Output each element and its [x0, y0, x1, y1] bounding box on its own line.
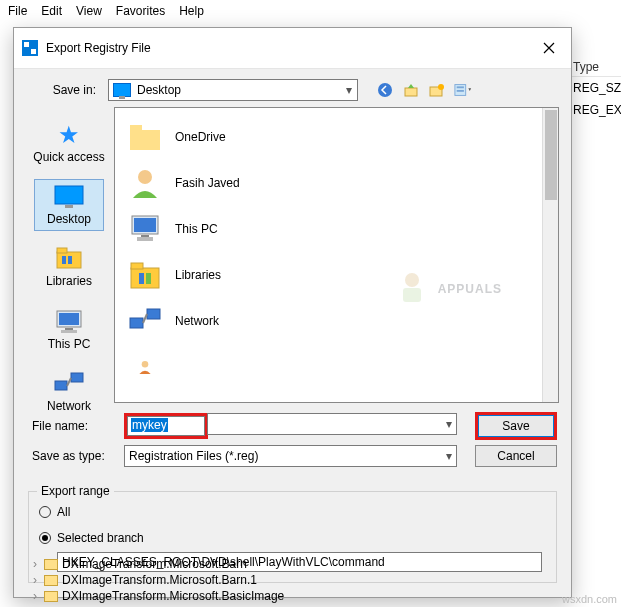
dialog-title: Export Registry File: [46, 41, 526, 55]
list-item[interactable]: Fasih Javed: [119, 160, 538, 206]
svg-rect-32: [130, 318, 143, 328]
folder-icon: [44, 575, 58, 586]
saveas-combo[interactable]: Registration Files (*.reg) ▾: [124, 445, 457, 467]
radio-icon: [39, 506, 51, 518]
close-button[interactable]: [526, 34, 571, 62]
chevron-right-icon: ›: [30, 589, 40, 603]
up-icon[interactable]: [402, 81, 420, 99]
menu-file[interactable]: File: [8, 4, 27, 18]
menu-help[interactable]: Help: [179, 4, 204, 18]
libraries-icon: [52, 246, 86, 272]
svg-rect-27: [137, 237, 153, 241]
menu-favorites[interactable]: Favorites: [116, 4, 165, 18]
list-item[interactable]: OneDrive: [119, 114, 538, 160]
filename-label: File name:: [28, 419, 116, 433]
item-label: This PC: [175, 222, 218, 236]
svg-rect-1: [405, 88, 417, 96]
background-column: Type REG_SZ REG_EXPAND: [569, 58, 621, 121]
list-item[interactable]: Libraries: [119, 252, 538, 298]
svg-rect-15: [65, 328, 73, 330]
place-libraries[interactable]: Libraries: [34, 241, 104, 293]
place-quick-access[interactable]: ★ Quick access: [34, 117, 104, 169]
list-item[interactable]: [119, 344, 538, 390]
scrollbar[interactable]: [542, 108, 558, 402]
item-label: OneDrive: [175, 130, 226, 144]
group-legend: Export range: [37, 484, 114, 498]
svg-rect-31: [146, 273, 151, 284]
svg-rect-25: [134, 218, 156, 232]
svg-rect-6: [457, 90, 464, 92]
filename-input[interactable]: mykey: [127, 416, 205, 436]
network-icon: [52, 371, 86, 397]
svg-rect-21: [130, 130, 160, 150]
star-icon: ★: [52, 122, 86, 148]
radio-selected-branch[interactable]: Selected branch: [39, 528, 546, 548]
svg-rect-10: [57, 248, 67, 253]
svg-point-0: [378, 83, 392, 97]
place-desktop[interactable]: Desktop: [34, 179, 104, 231]
save-button[interactable]: Save: [478, 415, 554, 437]
views-icon[interactable]: [454, 81, 472, 99]
tree-item[interactable]: ›DXImageTransform.Microsoft.BasicImage: [30, 588, 284, 604]
back-icon[interactable]: [376, 81, 394, 99]
file-list[interactable]: APPUALS OneDrive Fasih Javed This PC Lib…: [114, 107, 559, 403]
svg-point-23: [138, 170, 152, 184]
savein-label: Save in:: [28, 83, 102, 97]
cell-type: REG_SZ: [569, 77, 621, 99]
svg-rect-17: [55, 381, 67, 390]
monitor-icon: [52, 184, 86, 210]
column-header-type[interactable]: Type: [569, 58, 621, 77]
svg-point-34: [142, 361, 149, 368]
watermark-credit: wsxdn.com: [562, 593, 617, 605]
list-item[interactable]: This PC: [119, 206, 538, 252]
new-folder-icon[interactable]: [428, 81, 446, 99]
chevron-down-icon: ▾: [341, 83, 357, 97]
item-label: Fasih Javed: [175, 176, 240, 190]
folder-icon: [44, 591, 58, 602]
filename-combo[interactable]: ▾: [207, 413, 457, 435]
radio-label: Selected branch: [57, 531, 144, 545]
title-bar: Export Registry File: [14, 28, 571, 69]
registry-tree: ›DXImageTransform.Microsoft.Barn ›DXImag…: [30, 556, 284, 607]
savein-row: Save in: Desktop ▾: [14, 69, 571, 107]
savein-value: Desktop: [135, 83, 341, 97]
saveas-value: Registration Files (*.reg): [129, 449, 258, 463]
cancel-button[interactable]: Cancel: [475, 445, 557, 467]
place-label: Libraries: [29, 275, 109, 288]
tree-item[interactable]: ›DXImageTransform.Microsoft.Barn: [30, 556, 284, 572]
chevron-down-icon: ▾: [446, 449, 452, 463]
svg-point-3: [438, 84, 444, 90]
place-network[interactable]: Network: [34, 366, 104, 418]
pc-icon: [127, 211, 163, 247]
user-icon: [127, 349, 163, 385]
chevron-right-icon: ›: [30, 573, 40, 587]
scrollbar-thumb[interactable]: [545, 110, 557, 200]
places-bar: ★ Quick access Desktop Libraries This PC…: [28, 107, 110, 403]
svg-rect-8: [65, 205, 73, 208]
close-icon: [543, 42, 555, 54]
pc-icon: [52, 309, 86, 335]
tree-item[interactable]: ›DXImageTransform.Microsoft.Barn.1: [30, 572, 284, 588]
svg-rect-30: [139, 273, 144, 284]
menu-view[interactable]: View: [76, 4, 102, 18]
export-dialog: Export Registry File Save in: Desktop ▾ …: [13, 27, 572, 598]
svg-rect-18: [71, 373, 83, 382]
folder-icon: [44, 559, 58, 570]
radio-all[interactable]: All: [39, 502, 546, 522]
menu-edit[interactable]: Edit: [41, 4, 62, 18]
libraries-icon: [127, 257, 163, 293]
svg-rect-12: [68, 256, 72, 264]
place-this-pc[interactable]: This PC: [34, 304, 104, 356]
list-item[interactable]: Network: [119, 298, 538, 344]
cell-type: REG_EXPAND: [569, 99, 621, 121]
svg-rect-7: [55, 186, 83, 204]
place-label: Network: [29, 400, 109, 413]
radio-label: All: [57, 505, 70, 519]
place-label: Quick access: [29, 151, 109, 164]
desktop-icon: [113, 83, 131, 97]
place-label: This PC: [29, 338, 109, 351]
savein-combo[interactable]: Desktop ▾: [108, 79, 358, 101]
chevron-right-icon: ›: [30, 557, 40, 571]
menu-bar: File Edit View Favorites Help: [0, 0, 621, 24]
svg-rect-28: [131, 268, 159, 288]
